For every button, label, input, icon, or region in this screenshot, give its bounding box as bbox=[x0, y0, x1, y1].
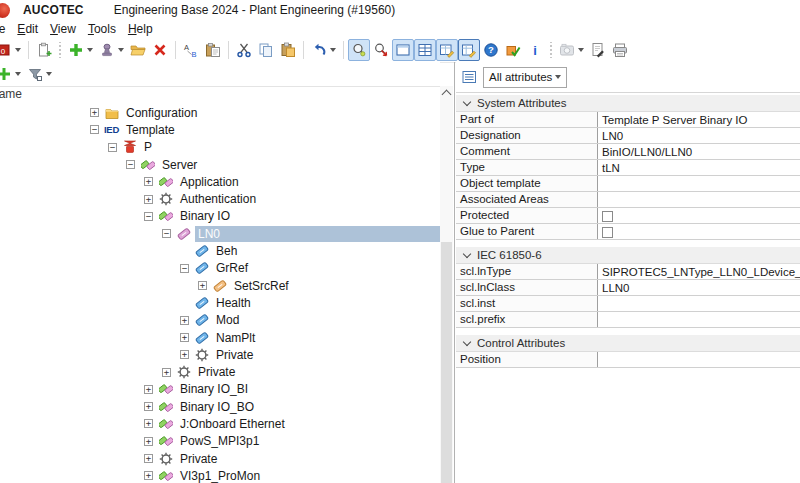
collapse-icon[interactable]: − bbox=[180, 264, 189, 273]
tree-item-j-onboard-ethernet[interactable]: +J:Onboard Ethernet bbox=[0, 415, 440, 432]
expand-icon[interactable]: + bbox=[144, 454, 153, 463]
tree-item-label[interactable]: P bbox=[141, 139, 155, 155]
expand-icon[interactable]: + bbox=[144, 402, 153, 411]
expand-icon[interactable]: + bbox=[144, 419, 153, 428]
tree-item-application[interactable]: +Application bbox=[0, 173, 440, 190]
snapshot-button[interactable] bbox=[556, 39, 578, 61]
add-tree-item-button[interactable] bbox=[0, 63, 15, 85]
tree-item-label[interactable]: Authentication bbox=[177, 191, 259, 207]
tree-item-label[interactable]: PowS_MPI3p1 bbox=[177, 433, 262, 449]
expand-icon[interactable]: + bbox=[144, 471, 153, 480]
add-object-dropdown-icon[interactable] bbox=[87, 48, 93, 52]
stamp-button[interactable] bbox=[96, 39, 118, 61]
menu-file[interactable]: File bbox=[0, 21, 11, 37]
expand-icon[interactable]: + bbox=[144, 437, 153, 446]
checkbox-unchecked[interactable] bbox=[602, 227, 613, 238]
tree-scrollbar[interactable] bbox=[440, 86, 453, 483]
tree-item-label[interactable]: SetSrcRef bbox=[231, 278, 292, 294]
copy-button[interactable] bbox=[255, 39, 277, 61]
collapse-icon[interactable]: − bbox=[126, 160, 135, 169]
section-header-iec-61850-6[interactable]: IEC 61850-6 bbox=[456, 247, 800, 264]
filter-button[interactable] bbox=[24, 63, 46, 85]
tree-item-label[interactable]: Mod bbox=[213, 312, 242, 328]
tree-item-configuration[interactable]: +Configuration bbox=[0, 104, 440, 121]
undo-button[interactable] bbox=[308, 39, 330, 61]
tree-item-health[interactable]: Health bbox=[0, 294, 440, 311]
expand-icon[interactable]: + bbox=[180, 333, 189, 342]
attr-value[interactable] bbox=[598, 352, 800, 367]
tree-item-label[interactable]: Configuration bbox=[123, 105, 200, 121]
expand-icon[interactable]: + bbox=[180, 316, 189, 325]
delete-button[interactable] bbox=[149, 39, 171, 61]
stamp-dropdown-icon[interactable] bbox=[118, 48, 124, 52]
scroll-up-icon[interactable] bbox=[440, 86, 453, 100]
menu-view[interactable]: View bbox=[44, 21, 82, 37]
attr-value[interactable] bbox=[598, 224, 800, 239]
expand-icon[interactable]: + bbox=[162, 368, 171, 377]
info-button[interactable]: i bbox=[524, 39, 546, 61]
attr-value[interactable] bbox=[598, 312, 800, 327]
tree-item-label[interactable]: Binary IO_BI bbox=[177, 381, 251, 397]
paste-special-button[interactable] bbox=[202, 39, 224, 61]
object-color-button[interactable]: 0 bbox=[0, 39, 15, 61]
tree-item-label[interactable]: Binary IO_BO bbox=[177, 399, 257, 415]
tree-item-binary-io-bo[interactable]: +Binary IO_BO bbox=[0, 398, 440, 415]
report-edit-button[interactable] bbox=[587, 39, 609, 61]
collapse-icon[interactable]: − bbox=[108, 143, 117, 152]
undo-dropdown-icon[interactable] bbox=[330, 48, 336, 52]
add-object-button[interactable] bbox=[65, 39, 87, 61]
tree-item-vi3p1-promon[interactable]: +VI3p1_ProMon bbox=[0, 467, 440, 483]
section-header-control-attributes[interactable]: Control Attributes bbox=[456, 335, 800, 352]
tree-item-label[interactable]: Private bbox=[195, 364, 238, 380]
attr-value[interactable]: BinIO/LLN0/LLN0 bbox=[598, 144, 800, 159]
grid-edit-button[interactable] bbox=[436, 39, 458, 61]
attr-value[interactable]: Template P Server Binary IO bbox=[598, 112, 800, 127]
tree-item-mod[interactable]: +Mod bbox=[0, 312, 440, 329]
menu-help[interactable]: Help bbox=[122, 21, 159, 37]
tree-item-binary-io-bi[interactable]: +Binary IO_BI bbox=[0, 381, 440, 398]
tree-column-header[interactable]: Name bbox=[0, 87, 440, 103]
section-header-system-attributes[interactable]: System Attributes bbox=[456, 95, 800, 112]
checkbox-unchecked[interactable] bbox=[602, 211, 613, 222]
collapse-icon[interactable]: − bbox=[144, 212, 153, 221]
tree-item-pows-mpi3p1[interactable]: +PowS_MPI3p1 bbox=[0, 433, 440, 450]
tree-item-label[interactable]: Private bbox=[177, 451, 220, 467]
attr-value[interactable] bbox=[598, 208, 800, 223]
collapse-icon[interactable]: − bbox=[90, 125, 99, 134]
tree-item-private[interactable]: +Private bbox=[0, 346, 440, 363]
filter-dropdown-icon[interactable] bbox=[46, 72, 52, 76]
tree-item-private[interactable]: +Private bbox=[0, 363, 440, 380]
tree-item-label[interactable]: GrRef bbox=[213, 260, 251, 276]
menu-tools[interactable]: Tools bbox=[82, 21, 122, 37]
tree-item-beh[interactable]: Beh bbox=[0, 242, 440, 259]
tree-item-label[interactable]: LN0 bbox=[195, 226, 440, 242]
tree-item-label[interactable]: Private bbox=[213, 347, 256, 363]
tree-item-label[interactable]: VI3p1_ProMon bbox=[177, 468, 263, 483]
add-tree-item-dropdown-icon[interactable] bbox=[15, 72, 21, 76]
expand-icon[interactable]: + bbox=[144, 177, 153, 186]
expand-icon[interactable]: + bbox=[144, 195, 153, 204]
new-object-button[interactable] bbox=[33, 39, 55, 61]
tree-item-p[interactable]: −P bbox=[0, 139, 440, 156]
worksheet-grid-button[interactable] bbox=[414, 39, 436, 61]
expand-icon[interactable]: + bbox=[144, 385, 153, 394]
tree-item-setsrcref[interactable]: +SetSrcRef bbox=[0, 277, 440, 294]
properties-window-button[interactable] bbox=[392, 39, 414, 61]
rename-button[interactable]: AB bbox=[180, 39, 202, 61]
tree-item-label[interactable]: Server bbox=[159, 157, 200, 173]
tree-item-private[interactable]: +Private bbox=[0, 450, 440, 467]
tree-item-server[interactable]: −Server bbox=[0, 156, 440, 173]
attr-value[interactable]: tLN bbox=[598, 160, 800, 175]
tree-item-authentication[interactable]: +Authentication bbox=[0, 190, 440, 207]
tree-item-label[interactable]: J:Onboard Ethernet bbox=[177, 416, 288, 432]
attr-value[interactable]: LLN0 bbox=[598, 280, 800, 295]
pane-splitter[interactable] bbox=[454, 62, 455, 483]
tree-item-grref[interactable]: −GrRef bbox=[0, 260, 440, 277]
attr-value[interactable] bbox=[598, 192, 800, 207]
attr-value[interactable]: LN0 bbox=[598, 128, 800, 143]
open-button[interactable] bbox=[127, 39, 149, 61]
table-edit-button[interactable] bbox=[458, 39, 480, 61]
attr-value[interactable] bbox=[598, 176, 800, 191]
tree-item-template[interactable]: −IEDTemplate bbox=[0, 121, 440, 138]
help-button[interactable]: ? bbox=[480, 39, 502, 61]
